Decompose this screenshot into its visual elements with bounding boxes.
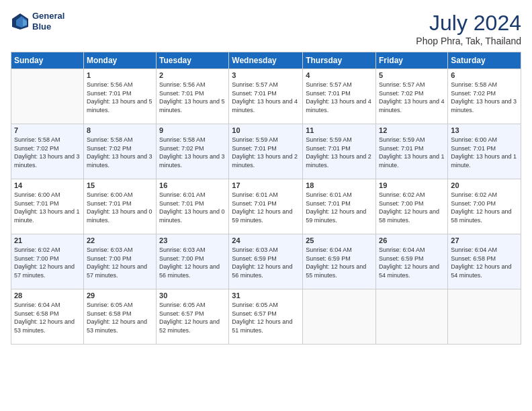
day-info: Sunrise: 5:58 AMSunset: 7:02 PMDaylight:… — [87, 136, 153, 169]
day-info: Sunrise: 6:05 AMSunset: 6:57 PMDaylight:… — [232, 301, 300, 334]
calendar-cell: 13Sunrise: 6:00 AMSunset: 7:01 PMDayligh… — [448, 124, 521, 179]
day-info: Sunrise: 6:04 AMSunset: 6:59 PMDaylight:… — [306, 246, 373, 279]
week-row-2: 7Sunrise: 5:58 AMSunset: 7:02 PMDaylight… — [11, 124, 521, 179]
day-info: Sunrise: 5:59 AMSunset: 7:01 PMDaylight:… — [306, 136, 373, 169]
day-info: Sunrise: 6:00 AMSunset: 7:01 PMDaylight:… — [451, 136, 518, 169]
day-info: Sunrise: 6:05 AMSunset: 6:57 PMDaylight:… — [159, 301, 226, 334]
calendar-header: SundayMondayTuesdayWednesdayThursdayFrid… — [11, 52, 521, 69]
day-number: 12 — [379, 126, 445, 134]
calendar-cell: 7Sunrise: 5:58 AMSunset: 7:02 PMDaylight… — [11, 124, 84, 179]
logo-line1: General — [32, 11, 64, 21]
day-number: 3 — [232, 71, 300, 79]
day-info: Sunrise: 5:59 AMSunset: 7:01 PMDaylight:… — [379, 136, 445, 169]
day-info: Sunrise: 5:57 AMSunset: 7:02 PMDaylight:… — [379, 81, 445, 114]
calendar-cell: 17Sunrise: 6:01 AMSunset: 7:01 PMDayligh… — [229, 179, 303, 234]
month-title: July 2024 — [416, 11, 521, 36]
calendar-cell — [303, 289, 376, 345]
day-info: Sunrise: 6:05 AMSunset: 6:58 PMDaylight:… — [87, 301, 153, 334]
week-row-1: 1Sunrise: 5:56 AMSunset: 7:01 PMDaylight… — [11, 69, 521, 124]
calendar-table: SundayMondayTuesdayWednesdayThursdayFrid… — [11, 52, 521, 345]
header-day-monday: Monday — [83, 52, 156, 69]
day-info: Sunrise: 5:56 AMSunset: 7:01 PMDaylight:… — [159, 81, 226, 114]
calendar-cell: 23Sunrise: 6:03 AMSunset: 7:00 PMDayligh… — [157, 234, 229, 289]
header-day-saturday: Saturday — [448, 52, 521, 69]
day-number: 1 — [87, 71, 153, 79]
title-section: July 2024 Phop Phra, Tak, Thailand — [416, 11, 521, 46]
calendar-cell: 16Sunrise: 6:01 AMSunset: 7:01 PMDayligh… — [157, 179, 229, 234]
calendar-cell — [11, 69, 84, 124]
day-number: 25 — [306, 236, 373, 244]
calendar-cell: 8Sunrise: 5:58 AMSunset: 7:02 PMDaylight… — [83, 124, 156, 179]
calendar-cell: 26Sunrise: 6:04 AMSunset: 6:59 PMDayligh… — [376, 234, 448, 289]
day-info: Sunrise: 6:00 AMSunset: 7:01 PMDaylight:… — [14, 191, 81, 224]
day-number: 28 — [14, 291, 81, 300]
logo-line2: Blue — [32, 21, 64, 32]
logo: General Blue — [11, 11, 64, 32]
day-info: Sunrise: 5:56 AMSunset: 7:01 PMDaylight:… — [87, 81, 153, 114]
calendar-body: 1Sunrise: 5:56 AMSunset: 7:01 PMDaylight… — [11, 69, 521, 345]
day-number: 15 — [87, 181, 153, 189]
day-number: 24 — [232, 236, 300, 244]
calendar-cell: 14Sunrise: 6:00 AMSunset: 7:01 PMDayligh… — [11, 179, 84, 234]
calendar-cell: 29Sunrise: 6:05 AMSunset: 6:58 PMDayligh… — [83, 289, 156, 345]
day-number: 16 — [159, 181, 226, 189]
header: General Blue July 2024 Phop Phra, Tak, T… — [11, 11, 521, 46]
day-info: Sunrise: 6:03 AMSunset: 7:00 PMDaylight:… — [87, 246, 153, 279]
calendar-cell: 25Sunrise: 6:04 AMSunset: 6:59 PMDayligh… — [303, 234, 376, 289]
day-number: 19 — [379, 181, 445, 189]
day-number: 29 — [87, 291, 153, 300]
day-info: Sunrise: 6:02 AMSunset: 7:00 PMDaylight:… — [14, 246, 81, 279]
day-number: 17 — [232, 181, 300, 189]
day-number: 21 — [14, 236, 81, 244]
header-day-wednesday: Wednesday — [229, 52, 303, 69]
calendar-cell: 31Sunrise: 6:05 AMSunset: 6:57 PMDayligh… — [229, 289, 303, 345]
week-row-4: 21Sunrise: 6:02 AMSunset: 7:00 PMDayligh… — [11, 234, 521, 289]
day-info: Sunrise: 5:57 AMSunset: 7:01 PMDaylight:… — [306, 81, 373, 114]
day-info: Sunrise: 5:58 AMSunset: 7:02 PMDaylight:… — [451, 81, 518, 114]
day-number: 9 — [159, 126, 226, 134]
calendar-cell: 27Sunrise: 6:04 AMSunset: 6:58 PMDayligh… — [448, 234, 521, 289]
day-info: Sunrise: 6:04 AMSunset: 6:59 PMDaylight:… — [379, 246, 445, 279]
calendar-cell: 9Sunrise: 5:58 AMSunset: 7:02 PMDaylight… — [157, 124, 229, 179]
calendar-cell: 20Sunrise: 6:02 AMSunset: 7:00 PMDayligh… — [448, 179, 521, 234]
calendar-cell — [448, 289, 521, 345]
week-row-3: 14Sunrise: 6:00 AMSunset: 7:01 PMDayligh… — [11, 179, 521, 234]
day-info: Sunrise: 6:04 AMSunset: 6:58 PMDaylight:… — [14, 301, 81, 334]
calendar-cell: 10Sunrise: 5:59 AMSunset: 7:01 PMDayligh… — [229, 124, 303, 179]
calendar-cell: 18Sunrise: 6:01 AMSunset: 7:01 PMDayligh… — [303, 179, 376, 234]
day-number: 20 — [451, 181, 518, 189]
day-number: 10 — [232, 126, 300, 134]
calendar-cell: 22Sunrise: 6:03 AMSunset: 7:00 PMDayligh… — [83, 234, 156, 289]
header-day-tuesday: Tuesday — [157, 52, 229, 69]
calendar-cell: 12Sunrise: 5:59 AMSunset: 7:01 PMDayligh… — [376, 124, 448, 179]
page-container: General Blue July 2024 Phop Phra, Tak, T… — [0, 0, 532, 411]
calendar-cell: 19Sunrise: 6:02 AMSunset: 7:00 PMDayligh… — [376, 179, 448, 234]
day-number: 18 — [306, 181, 373, 189]
day-number: 23 — [159, 236, 226, 244]
day-number: 4 — [306, 71, 373, 79]
calendar-cell: 4Sunrise: 5:57 AMSunset: 7:01 PMDaylight… — [303, 69, 376, 124]
calendar-cell — [376, 289, 448, 345]
calendar-cell: 5Sunrise: 5:57 AMSunset: 7:02 PMDaylight… — [376, 69, 448, 124]
header-day-friday: Friday — [376, 52, 448, 69]
header-row: SundayMondayTuesdayWednesdayThursdayFrid… — [11, 52, 521, 69]
location: Phop Phra, Tak, Thailand — [416, 36, 521, 46]
day-info: Sunrise: 5:58 AMSunset: 7:02 PMDaylight:… — [14, 136, 81, 169]
day-info: Sunrise: 6:03 AMSunset: 6:59 PMDaylight:… — [232, 246, 300, 279]
day-number: 5 — [379, 71, 445, 79]
day-number: 6 — [451, 71, 518, 79]
header-day-thursday: Thursday — [303, 52, 376, 69]
calendar-cell: 6Sunrise: 5:58 AMSunset: 7:02 PMDaylight… — [448, 69, 521, 124]
day-number: 8 — [87, 126, 153, 134]
day-info: Sunrise: 6:00 AMSunset: 7:01 PMDaylight:… — [87, 191, 153, 224]
calendar-cell: 24Sunrise: 6:03 AMSunset: 6:59 PMDayligh… — [229, 234, 303, 289]
day-info: Sunrise: 5:59 AMSunset: 7:01 PMDaylight:… — [232, 136, 300, 169]
calendar-cell: 3Sunrise: 5:57 AMSunset: 7:01 PMDaylight… — [229, 69, 303, 124]
calendar-cell: 21Sunrise: 6:02 AMSunset: 7:00 PMDayligh… — [11, 234, 84, 289]
day-number: 31 — [232, 291, 300, 300]
day-info: Sunrise: 6:01 AMSunset: 7:01 PMDaylight:… — [159, 191, 226, 224]
calendar-cell: 15Sunrise: 6:00 AMSunset: 7:01 PMDayligh… — [83, 179, 156, 234]
calendar-cell: 2Sunrise: 5:56 AMSunset: 7:01 PMDaylight… — [157, 69, 229, 124]
calendar-cell: 11Sunrise: 5:59 AMSunset: 7:01 PMDayligh… — [303, 124, 376, 179]
day-info: Sunrise: 5:58 AMSunset: 7:02 PMDaylight:… — [159, 136, 226, 169]
